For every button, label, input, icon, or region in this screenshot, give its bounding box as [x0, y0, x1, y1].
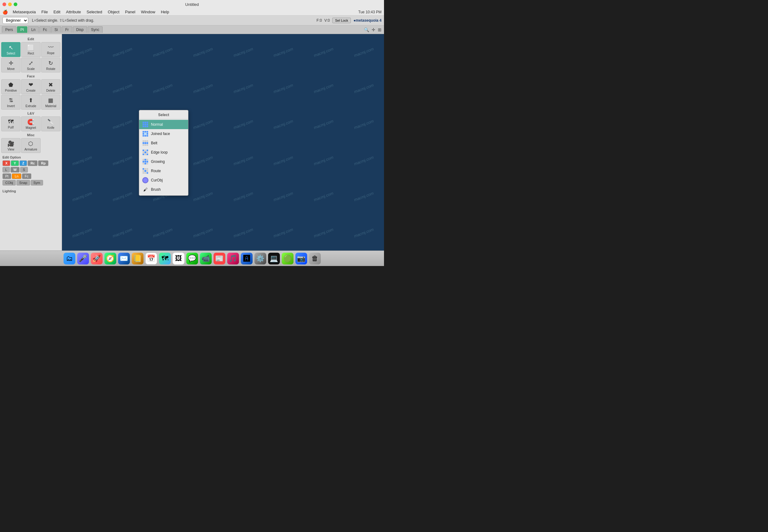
tool-extrude[interactable]: ⬆ Extrude: [21, 95, 40, 110]
extrude-icon: ⬆: [28, 97, 33, 104]
search-icon[interactable]: 🔍: [363, 27, 370, 33]
tool-armature[interactable]: ⬡ Armature: [21, 138, 40, 153]
sym-button[interactable]: Sym: [31, 180, 43, 185]
tool-create[interactable]: ❤ Create: [21, 79, 40, 94]
submode-fc-button[interactable]: Fc: [22, 173, 31, 179]
knife-icon: 🔪: [47, 119, 54, 125]
layout-move-icon[interactable]: ✛: [371, 27, 376, 33]
menu-file[interactable]: File: [39, 9, 50, 15]
menu-help[interactable]: Help: [158, 9, 172, 15]
submode-ln-button[interactable]: Ln: [12, 173, 21, 179]
watermark: macmj.com: [339, 209, 384, 251]
dropdown-item-joined-face[interactable]: Joined face: [139, 129, 188, 138]
mode-dropdown[interactable]: Beginner: [2, 17, 28, 24]
dock-mail[interactable]: ✉️: [118, 253, 130, 264]
tab-pers[interactable]: Pers: [2, 26, 16, 33]
select-dropdown-popup: Select Normal: [139, 110, 188, 196]
dropdown-item-belt[interactable]: Belt: [139, 138, 188, 148]
tool-rect[interactable]: ⬜ Rect: [21, 42, 40, 57]
axis-x-button[interactable]: X: [2, 160, 10, 166]
dropdown-item-brush[interactable]: 🖌 Brush: [139, 185, 188, 194]
tool-primitive[interactable]: ⬟ Primitive: [1, 79, 20, 94]
tool-select[interactable]: ↖ Select: [1, 42, 20, 57]
tab-fr[interactable]: Fr: [62, 26, 72, 33]
snap-button[interactable]: Snap: [16, 180, 30, 185]
mode-s-button[interactable]: S: [20, 167, 28, 172]
tool-rope[interactable]: 〰 Rope: [41, 42, 60, 57]
viewport[interactable]: macmj.com macmj.com macmj.com macmj.com …: [62, 34, 384, 251]
tool-rope-label: Rope: [47, 51, 54, 55]
close-button[interactable]: [2, 2, 6, 6]
dock-calendar[interactable]: 📅: [145, 253, 157, 264]
tool-move[interactable]: ✛ Move: [1, 58, 20, 72]
submode-pt-button[interactable]: Pt: [2, 173, 11, 179]
watermark: macmj.com: [137, 64, 188, 112]
tab-ln[interactable]: Ln: [28, 26, 39, 33]
watermark: macmj.com: [218, 100, 268, 148]
dock-metasequoia[interactable]: 🟢: [282, 253, 294, 264]
tool-view[interactable]: 🎥 View: [1, 138, 20, 153]
layout-icon[interactable]: ⊞: [377, 27, 382, 33]
dock-music[interactable]: 🎵: [227, 253, 239, 264]
dock-terminal[interactable]: 💻: [268, 253, 280, 264]
dock-facetime[interactable]: 📹: [200, 253, 212, 264]
dropdown-item-growing-label: Growing: [151, 159, 165, 164]
dock-news[interactable]: 📰: [214, 253, 225, 264]
dropdown-item-route[interactable]: Route: [139, 166, 188, 176]
tool-invert[interactable]: ⇅ Invert: [1, 95, 20, 110]
menu-panel[interactable]: Panel: [122, 9, 137, 15]
dropdown-item-belt-label: Belt: [151, 141, 157, 145]
dock-notes[interactable]: 📒: [132, 253, 143, 264]
main-layout: Edit ↖ Select ⬜ Rect 〰 Rope ✛ Move ⤢ Sca…: [0, 34, 384, 251]
cobj-button[interactable]: CObj: [2, 180, 16, 185]
tab-si[interactable]: Si: [51, 26, 61, 33]
watermark: macmj.com: [258, 100, 308, 148]
rp-button[interactable]: Rp: [38, 160, 48, 166]
mode-w-button[interactable]: W: [11, 167, 19, 172]
dock-messages[interactable]: 💬: [186, 253, 198, 264]
menu-metasequoia[interactable]: Metasequoia: [10, 9, 38, 15]
tool-armature-label: Armature: [24, 148, 37, 151]
menu-window[interactable]: Window: [138, 9, 158, 15]
menu-object[interactable]: Object: [105, 9, 122, 15]
dock-maps[interactable]: 🗺: [159, 253, 171, 264]
axis-y-button[interactable]: Y: [11, 160, 19, 166]
tab-sync[interactable]: Sync: [88, 26, 103, 33]
dock-sysprefs[interactable]: ⚙️: [255, 253, 266, 264]
tab-pt[interactable]: Pt: [17, 26, 27, 33]
tab-fc[interactable]: Fc: [39, 26, 50, 33]
dock-trash[interactable]: 🗑: [309, 253, 321, 264]
dock-safari[interactable]: 🧭: [104, 253, 116, 264]
axis-z-button[interactable]: Z: [20, 160, 27, 166]
tool-scale[interactable]: ⤢ Scale: [21, 58, 40, 72]
dock-finder[interactable]: 🗂: [63, 253, 75, 264]
watermark: macmj.com: [258, 209, 308, 251]
tool-delete[interactable]: ✖ Delete: [41, 79, 60, 94]
dock-launchpad[interactable]: 🚀: [91, 253, 102, 264]
dock-photos[interactable]: 🖼: [172, 253, 184, 264]
dropdown-item-normal[interactable]: Normal: [139, 120, 188, 129]
tab-disp[interactable]: Disp: [73, 26, 87, 33]
tool-rotate[interactable]: ↻ Rotate: [41, 58, 60, 72]
dock-appstore[interactable]: 🅰: [241, 253, 253, 264]
minimize-button[interactable]: [8, 2, 12, 6]
tool-knife[interactable]: 🔪 Knife: [41, 116, 60, 131]
menu-edit[interactable]: Edit: [51, 9, 63, 15]
fullscreen-button[interactable]: [14, 2, 17, 6]
mode-l-button[interactable]: L: [2, 167, 10, 172]
rc-button[interactable]: Rc: [28, 160, 37, 166]
dock-camera-app[interactable]: 📷: [295, 253, 307, 264]
apple-menu[interactable]: 🍎: [2, 10, 8, 15]
f-count: F:0: [316, 18, 322, 23]
sel-lock-button[interactable]: Sel Lock: [332, 18, 351, 23]
dock-siri[interactable]: 🎤: [77, 253, 89, 264]
menu-attribute[interactable]: Attribute: [63, 9, 83, 15]
menu-selected[interactable]: Selected: [84, 9, 105, 15]
dropdown-item-curobj[interactable]: CurObj: [139, 176, 188, 185]
tool-magnet[interactable]: 🧲 Magnet: [21, 116, 40, 131]
tool-pull[interactable]: 🗺 Pull!: [1, 116, 20, 131]
tool-material[interactable]: ▦ Material: [41, 95, 60, 110]
dropdown-item-growing[interactable]: Growing: [139, 157, 188, 166]
watermark: macmj.com: [339, 34, 384, 76]
dropdown-item-edge-loop[interactable]: Edge loop: [139, 148, 188, 157]
